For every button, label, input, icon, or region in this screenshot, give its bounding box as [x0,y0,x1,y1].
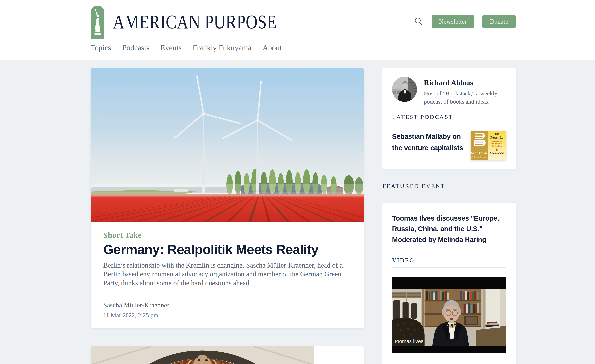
book-author-label: Sebastian Mall [488,152,506,154]
latest-podcast-divider [392,124,506,124]
nav-frankly-fukuyama[interactable]: Frankly Fukuyama [193,43,251,52]
nav-topics[interactable]: Topics [91,43,111,52]
video-thumbnail[interactable]: toomas ilves [392,277,506,353]
featured-article-card[interactable]: Short Take Germany: Realpolitik Meets Re… [91,69,364,329]
sidebar: Richard Aldous Host of "Bookstack," a we… [382,69,516,364]
book-subtitle-line2: and the Makin [488,142,506,145]
search-icon[interactable] [413,16,423,27]
featured-event-title[interactable]: Toomas Ilves discusses "Europe, Russia, … [392,213,506,245]
podcast-host-card: Richard Aldous Host of "Bookstack," a we… [382,69,516,169]
red-unicorn-icon: ♞ [488,148,506,152]
bookstack-byline-label: with Richard Aldous [471,156,487,158]
featured-event-card: Toomas Ilves discusses "Europe, Russia, … [382,203,516,364]
host-bio: Host of "Bookstack," a weekly podcast of… [424,89,505,105]
podcast-episode-cover[interactable]: BOOKSTACK with Richard Aldous The Power … [471,131,506,160]
site-logo-link[interactable]: AMERICAN PURPOSE [91,6,308,39]
bookstack-cover-left: BOOKSTACK with Richard Aldous [471,131,488,160]
host-avatar[interactable] [392,77,417,102]
nav-podcasts[interactable]: Podcasts [122,43,149,52]
bookstack-series-label: BOOKSTACK [471,151,487,155]
wind-turbines-tulip-field-image[interactable] [91,69,364,223]
book-title-line1: The [488,132,506,136]
site-header: AMERICAN PURPOSE Newsletter Donate Topic… [0,0,595,60]
featured-event-divider [382,193,516,193]
primary-nav: Topics Podcasts Events Frankly Fukuyama … [91,43,516,52]
book-title-line2: Power La [488,136,506,139]
american-purpose-homepage: AMERICAN PURPOSE Newsletter Donate Topic… [0,0,595,364]
next-article-card[interactable] [91,346,364,364]
article-category[interactable]: Short Take [103,231,351,240]
newsletter-button[interactable]: Newsletter [432,15,474,28]
podcast-episode-title[interactable]: Sebastian Mallaby on the venture capital… [392,131,470,154]
featured-event-heading: FEATURED EVENT [382,182,516,189]
latest-podcast-heading: LATEST PODCAST [392,113,506,120]
bookstack-b-logo-icon [474,132,486,147]
book-subtitle-line1: Venture Capi [488,140,506,142]
video-heading: VIDEO [392,257,506,264]
video-divider [392,267,506,267]
article-divider [103,295,351,296]
video-still-image [392,289,506,346]
power-law-book-cover: The Power La Venture Capi and the Makin … [488,131,506,160]
nav-events[interactable]: Events [161,43,182,52]
mosaic-article-image[interactable] [91,346,314,364]
book-subtitle-line3: the New Futu [488,145,506,147]
article-title[interactable]: Germany: Realpolitik Meets Reality [103,243,351,256]
article-author[interactable]: Sascha Müller-Kraenner [103,301,351,309]
site-wordmark: AMERICAN PURPOSE [113,6,277,39]
article-date: 11 Mar 2022, 2:25 pm [103,312,351,319]
liberty-statue-logo-icon [91,6,105,39]
main-feed: Short Take Germany: Realpolitik Meets Re… [91,69,364,364]
donate-button[interactable]: Donate [482,15,516,28]
nav-about[interactable]: About [262,43,282,52]
article-excerpt: Berlin’s relationship with the Kremlin i… [103,261,345,287]
host-name[interactable]: Richard Aldous [424,77,505,87]
video-caption: toomas ilves [395,338,424,344]
